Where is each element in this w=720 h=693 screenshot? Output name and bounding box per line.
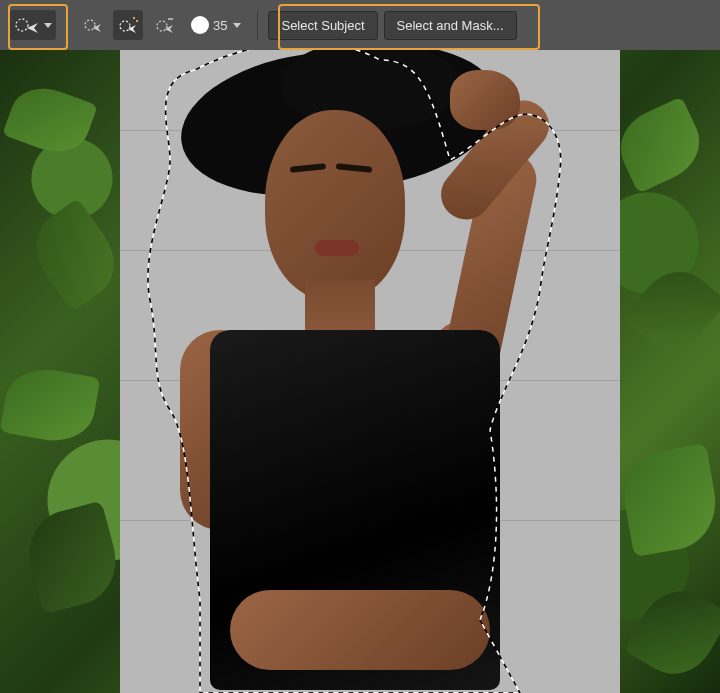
- quick-selection-tool[interactable]: [10, 10, 56, 40]
- add-to-selection-mode[interactable]: [113, 10, 143, 40]
- options-bar: 35 Select Subject Select and Mask...: [0, 0, 720, 50]
- photo-subject: [120, 50, 620, 693]
- svg-point-1: [85, 20, 95, 30]
- select-subject-button[interactable]: Select Subject: [268, 11, 377, 40]
- subtract-from-selection-mode[interactable]: [149, 10, 179, 40]
- new-selection-mode[interactable]: [77, 10, 107, 40]
- document-canvas[interactable]: [0, 50, 720, 693]
- toolbar-separator: [66, 11, 67, 39]
- svg-point-0: [16, 19, 28, 31]
- new-selection-icon: [82, 15, 102, 35]
- subject-face: [265, 110, 405, 300]
- add-to-selection-icon: [117, 15, 139, 35]
- svg-point-3: [157, 21, 167, 31]
- svg-point-2: [120, 21, 130, 31]
- tool-flyout-chevron-icon: [44, 23, 52, 28]
- chevron-down-icon: [233, 23, 241, 28]
- toolbar-separator: [257, 11, 258, 39]
- brush-size-value: 35: [213, 18, 227, 33]
- brush-size-picker[interactable]: 35: [191, 16, 241, 34]
- subtract-from-selection-icon: [154, 15, 174, 35]
- select-and-mask-button[interactable]: Select and Mask...: [384, 11, 517, 40]
- brush-preview-icon: [191, 16, 209, 34]
- quick-selection-tool-icon: [14, 14, 40, 36]
